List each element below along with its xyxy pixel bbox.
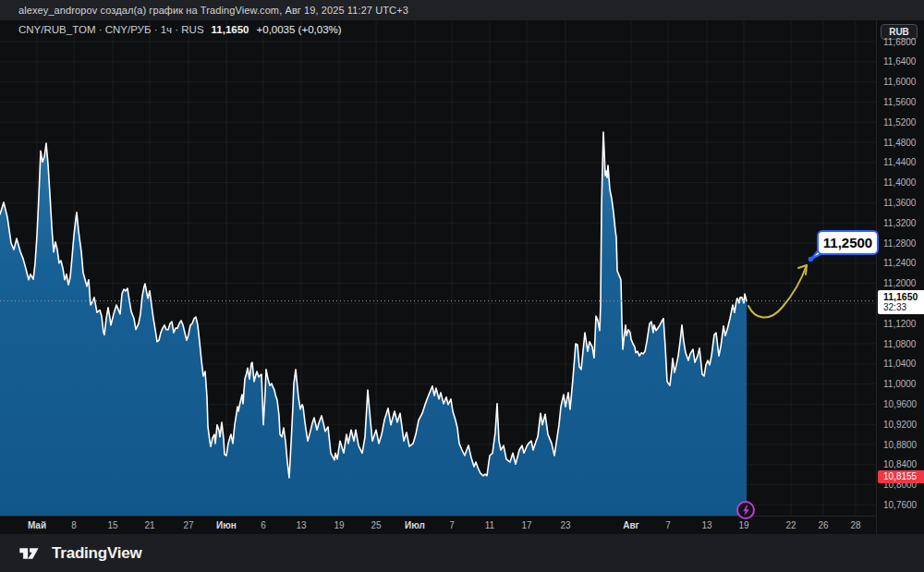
price-axis-label: 11,0000 xyxy=(883,378,916,390)
time-axis-label: 27 xyxy=(183,520,193,530)
time-axis-label: 17 xyxy=(521,520,531,530)
price-axis-label: 10,9600 xyxy=(883,398,917,410)
price-axis-label: 11,5600 xyxy=(883,96,916,108)
price-axis-label: 11,6000 xyxy=(883,76,916,88)
time-axis-label: 23 xyxy=(560,520,570,530)
current-price-label: 11,1650 32:33 xyxy=(878,290,924,314)
price-axis-label: 11,2000 xyxy=(883,277,916,289)
price-axis[interactable]: RUB 11,680011,640011,600011,560011,52001… xyxy=(876,20,924,534)
time-axis-label: Июл xyxy=(405,520,425,530)
price-axis-label: 11,6400 xyxy=(883,55,916,67)
price-axis-label: 11,2800 xyxy=(883,237,916,249)
price-axis-label: 11,4000 xyxy=(883,176,916,189)
lightning-icon[interactable] xyxy=(736,501,755,519)
time-axis-label: 13 xyxy=(701,520,711,530)
legend-last-price: 11,1650 xyxy=(212,24,249,35)
price-axis-label: 11,3600 xyxy=(883,197,916,209)
price-axis-label: 11,6800 xyxy=(883,36,916,48)
price-axis-label: 10,7600 xyxy=(883,499,917,511)
symbol-title[interactable]: CNY/RUB_TOM · CNY/РУБ · 1ч · RUS xyxy=(18,24,204,35)
time-axis-label: 13 xyxy=(296,520,306,530)
symbol-legend[interactable]: CNY/RUB_TOM · CNY/РУБ · 1ч · RUS 11,1650… xyxy=(18,24,342,35)
time-axis-label: Май xyxy=(28,520,46,530)
price-axis-label: 11,4400 xyxy=(883,156,916,168)
attribution-text: alexey_andropov создал(а) график на Trad… xyxy=(18,5,408,16)
time-axis-label: 25 xyxy=(371,520,381,530)
time-axis-label: Июн xyxy=(216,520,237,530)
bar-countdown: 32:33 xyxy=(883,302,924,312)
time-axis-label: 22 xyxy=(785,520,796,530)
time-axis-label: 7 xyxy=(665,520,671,530)
time-axis-label: 19 xyxy=(334,520,344,530)
time-axis-label: 21 xyxy=(144,520,154,530)
lightning-bolt-glyph xyxy=(741,505,751,517)
tradingview-logo-icon xyxy=(18,545,44,562)
time-axis-label: 11 xyxy=(485,520,494,530)
price-target-callout[interactable]: 11,2500 xyxy=(817,230,879,255)
price-axis-label: 10,8800 xyxy=(883,439,917,451)
price-axis-label: 11,5200 xyxy=(883,116,916,128)
time-axis-label: 8 xyxy=(71,520,77,530)
low-price-label: 10,8155 xyxy=(878,470,924,483)
time-axis-label: 28 xyxy=(850,520,860,530)
tradingview-logo-text: TradingView xyxy=(52,544,142,563)
target-arrow-drawing[interactable] xyxy=(748,265,807,318)
price-axis-label: 11,0800 xyxy=(883,338,916,350)
price-axis-label: 11,3200 xyxy=(883,217,916,229)
price-axis-label: 11,1200 xyxy=(883,318,916,330)
current-price-value: 11,1650 xyxy=(883,292,924,302)
attribution-bar: alexey_andropov создал(а) график на Trad… xyxy=(0,0,924,20)
time-axis-label: 15 xyxy=(107,520,117,530)
chart-canvas[interactable] xyxy=(0,0,924,534)
time-axis-label: 7 xyxy=(449,520,455,530)
price-axis-label: 11,2400 xyxy=(883,257,916,269)
tradingview-logo[interactable]: TradingView xyxy=(18,544,142,563)
time-axis-label: 26 xyxy=(818,520,828,530)
time-axis-label: 19 xyxy=(738,520,748,530)
time-axis-label: Авг xyxy=(623,520,639,530)
callout-anchor-dot[interactable] xyxy=(808,257,814,262)
tradingview-snapshot: alexey_andropov создал(а) график на Trad… xyxy=(0,0,924,572)
price-axis-label: 11,0400 xyxy=(883,358,916,370)
price-axis-label: 10,9200 xyxy=(883,419,917,431)
footer-bar: TradingView xyxy=(0,534,924,572)
price-axis-label: 10,8400 xyxy=(883,458,917,470)
time-axis-label: 6 xyxy=(261,520,266,530)
legend-change: +0,0035 (+0,03%) xyxy=(257,24,342,35)
price-axis-label: 11,4800 xyxy=(883,137,916,149)
